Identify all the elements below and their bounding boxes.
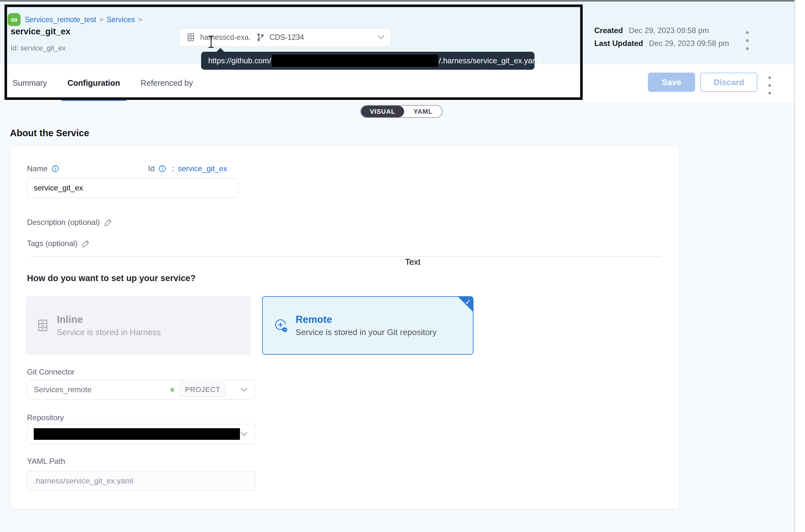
archive-icon: [36, 318, 50, 332]
text-cursor-icon: [207, 35, 215, 49]
git-connector-value: Services_remote: [34, 385, 92, 394]
breadcrumb-separator: >: [138, 16, 142, 23]
toggle-yaml[interactable]: YAML: [404, 106, 442, 117]
tooltip-url-suffix: /.harness/service_git_ex.yaml: [439, 56, 540, 65]
redacted-repository-name: [34, 428, 240, 440]
name-label-row: Name: [27, 164, 59, 173]
chevron-down-icon: [240, 432, 248, 437]
breadcrumb: ∞ Services_remote_test > Services >: [8, 13, 142, 26]
tooltip-arrow: [216, 48, 225, 52]
visual-yaml-toggle: VISUAL YAML: [360, 105, 443, 118]
remote-option-title: Remote: [295, 314, 437, 325]
info-icon[interactable]: [158, 165, 166, 172]
inline-option-subtitle: Service is stored in Harness: [57, 327, 161, 337]
name-label: Name: [27, 164, 47, 173]
remote-option-subtitle: Service is stored in your Git repository: [295, 327, 437, 337]
git-connector-dropdown[interactable]: Services_remote PROJECT: [27, 380, 255, 400]
service-id-text: Id: service_git_ex: [11, 44, 65, 52]
remote-git-icon: [272, 317, 288, 334]
tab-configuration[interactable]: Configuration: [65, 64, 122, 102]
option-inline[interactable]: Inline Service is stored in Harness: [26, 296, 251, 355]
about-service-heading: About the Service: [10, 128, 89, 138]
breadcrumb-services-link[interactable]: Services: [107, 15, 135, 24]
id-value-link[interactable]: service_git_ex: [178, 164, 227, 173]
archive-icon: [186, 33, 196, 42]
actions-kebab-menu[interactable]: [768, 76, 771, 94]
header-kebab-menu[interactable]: [746, 31, 749, 50]
harness-service-icon: ∞: [8, 13, 21, 26]
description-row: Description (optional): [27, 218, 113, 227]
page-body: VISUAL YAML About the Service Name Id: [0, 102, 794, 532]
yaml-path-input[interactable]: [27, 471, 255, 491]
breadcrumb-separator: >: [99, 16, 103, 23]
name-input[interactable]: [27, 178, 238, 198]
service-config-card: Name Id :: [10, 146, 680, 509]
branch-dropdown[interactable]: CDS-1234: [250, 33, 391, 42]
repository-label: Repository: [27, 413, 64, 422]
id-label: Id: [148, 164, 154, 173]
toggle-visual[interactable]: VISUAL: [361, 106, 404, 117]
scrollbar-track[interactable]: [794, 0, 805, 532]
edit-pencil-icon[interactable]: [104, 218, 113, 227]
tags-row: Tags (optional): [27, 239, 90, 248]
tab-referenced-by[interactable]: Referenced by: [139, 64, 195, 102]
page-header: ∞ Services_remote_test > Services > serv…: [0, 2, 794, 64]
setup-question: How do you want to set up your service?: [27, 273, 196, 283]
created-value: Dec 29, 2023 09:58 pm: [629, 26, 709, 35]
tab-bar: Summary Configuration Referenced by Save…: [0, 64, 794, 102]
section-divider: [29, 256, 660, 257]
last-updated-label: Last Updated: [594, 39, 643, 48]
info-icon[interactable]: [52, 165, 59, 172]
git-url-tooltip: https://github.com/ /.harness/service_gi…: [201, 52, 535, 70]
last-updated-value: Dec 29, 2023 09:58 pm: [649, 39, 729, 48]
save-button[interactable]: Save: [648, 73, 695, 92]
scope-badge: PROJECT: [179, 383, 226, 397]
divider-text-artifact: Text: [405, 257, 421, 267]
service-configuration-page: ∞ Services_remote_test > Services > serv…: [0, 0, 805, 532]
id-separator: :: [172, 164, 174, 173]
tooltip-url-prefix: https://github.com/: [208, 56, 271, 65]
option-remote-selected[interactable]: ✓: [262, 296, 474, 355]
inline-option-title: Inline: [57, 314, 161, 325]
discard-button[interactable]: Discard: [700, 73, 758, 92]
description-label: Description (optional): [27, 218, 100, 227]
tab-summary[interactable]: Summary: [11, 64, 49, 102]
git-connector-label: Git Connector: [27, 367, 75, 377]
breadcrumb-project-link[interactable]: Services_remote_test: [25, 15, 96, 24]
page-title: service_git_ex: [11, 27, 70, 37]
branch-name: CDS-1234: [269, 33, 304, 42]
git-branch-icon: [256, 33, 265, 42]
connector-status-dot: [170, 388, 174, 392]
chevron-down-icon: [377, 35, 385, 40]
chevron-down-icon: [240, 387, 248, 392]
created-label: Created: [594, 26, 623, 35]
timestamps-block: Created Dec 29, 2023 09:58 pm Last Updat…: [594, 26, 729, 48]
edit-pencil-icon[interactable]: [81, 239, 90, 248]
yaml-path-label: YAML Path: [27, 457, 65, 466]
check-icon: ✓: [465, 298, 471, 306]
id-row: Id : service_git_ex: [148, 164, 227, 173]
repository-dropdown[interactable]: [27, 424, 255, 444]
redacted-url-segment: [272, 55, 438, 67]
tags-label: Tags (optional): [27, 239, 77, 248]
